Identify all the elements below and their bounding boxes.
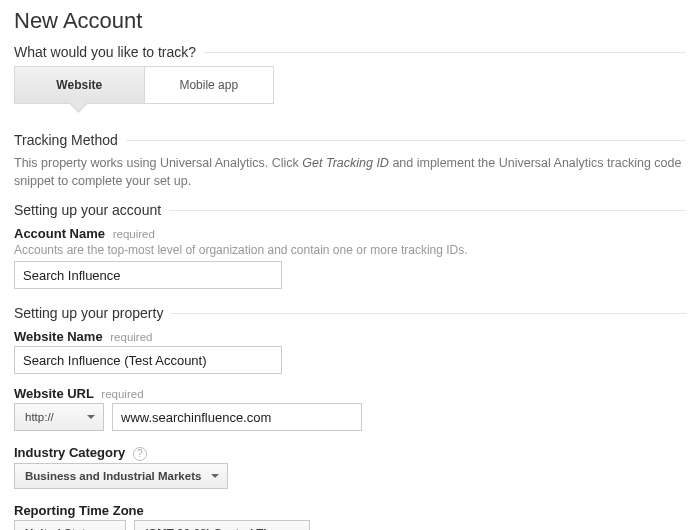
timezone-label: Reporting Time Zone: [14, 503, 686, 518]
tracking-method-text: Tracking Method: [14, 132, 118, 148]
timezone-country-select[interactable]: United States: [14, 520, 126, 530]
website-name-label-text: Website Name: [14, 329, 103, 344]
website-name-input[interactable]: [14, 346, 282, 374]
industry-category-select[interactable]: Business and Industrial Markets: [14, 463, 228, 489]
protocol-select[interactable]: http://: [14, 403, 104, 431]
tracking-method-heading: Tracking Method: [14, 132, 686, 148]
chevron-down-icon: [87, 415, 95, 419]
website-url-label: Website URL required: [14, 386, 686, 401]
account-name-input[interactable]: [14, 261, 282, 289]
required-badge: required: [101, 388, 143, 400]
page-title: New Account: [14, 8, 686, 34]
website-url-input[interactable]: [112, 403, 362, 431]
divider: [171, 313, 686, 314]
required-badge: required: [110, 331, 152, 343]
tab-website[interactable]: Website: [15, 67, 144, 103]
divider: [204, 52, 686, 53]
tab-mobile-app[interactable]: Mobile app: [144, 67, 274, 103]
tracking-method-description: This property works using Universal Anal…: [14, 154, 686, 190]
account-name-label-text: Account Name: [14, 226, 105, 241]
track-type-tabs: Website Mobile app: [14, 66, 274, 104]
property-setup-heading: Setting up your property: [14, 305, 686, 321]
account-name-hint: Accounts are the top-most level of organ…: [14, 243, 686, 257]
account-setup-text: Setting up your account: [14, 202, 161, 218]
tab-mobile-label: Mobile app: [179, 78, 238, 92]
divider: [169, 210, 686, 211]
timezone-zone-select[interactable]: (GMT-06:00) Central Time: [134, 520, 310, 530]
timezone-label-text: Reporting Time Zone: [14, 503, 144, 518]
track-question-text: What would you like to track?: [14, 44, 196, 60]
protocol-value: http://: [25, 411, 54, 423]
industry-value: Business and Industrial Markets: [25, 470, 201, 482]
industry-category-label-text: Industry Category: [14, 445, 125, 460]
required-badge: required: [113, 228, 155, 240]
tracking-desc-before: This property works using Universal Anal…: [14, 156, 302, 170]
industry-category-label: Industry Category ?: [14, 445, 686, 461]
tab-website-label: Website: [56, 78, 102, 92]
website-url-label-text: Website URL: [14, 386, 94, 401]
tracking-desc-cta: Get Tracking ID: [302, 156, 389, 170]
property-setup-text: Setting up your property: [14, 305, 163, 321]
chevron-down-icon: [211, 474, 219, 478]
website-name-label: Website Name required: [14, 329, 686, 344]
help-icon[interactable]: ?: [133, 447, 147, 461]
track-question-heading: What would you like to track?: [14, 44, 686, 60]
account-setup-heading: Setting up your account: [14, 202, 686, 218]
divider: [126, 140, 686, 141]
account-name-label: Account Name required: [14, 226, 686, 241]
